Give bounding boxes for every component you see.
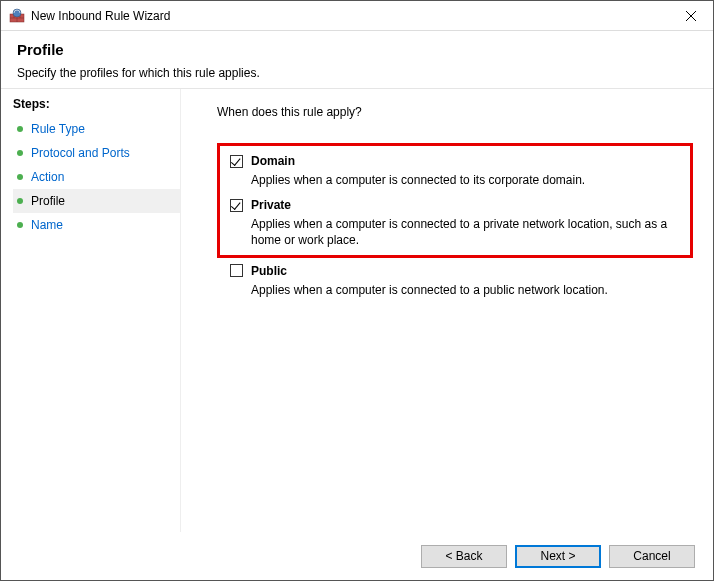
steps-label: Steps: [13,97,180,111]
step-label: Name [31,218,63,232]
cancel-button[interactable]: Cancel [609,545,695,568]
close-button[interactable] [668,1,713,31]
option-domain: Domain Applies when a computer is connec… [230,154,680,188]
checkbox-private[interactable] [230,199,243,212]
titlebar: New Inbound Rule Wizard [1,1,713,31]
option-desc: Applies when a computer is connected to … [251,172,680,188]
step-dot-icon [17,150,23,156]
checkbox-domain[interactable] [230,155,243,168]
option-label: Private [251,198,291,212]
footer: < Back Next > Cancel [1,532,713,580]
steps-sidebar: Steps: Rule Type Protocol and Ports Acti… [1,89,181,532]
option-desc: Applies when a computer is connected to … [251,282,680,298]
checkbox-public[interactable] [230,264,243,277]
step-dot-icon [17,222,23,228]
highlight-box: Domain Applies when a computer is connec… [217,143,693,258]
step-label: Profile [31,194,65,208]
step-dot-icon [17,198,23,204]
option-label: Public [251,264,287,278]
step-protocol-and-ports[interactable]: Protocol and Ports [13,141,180,165]
option-private: Private Applies when a computer is conne… [230,198,680,248]
step-label: Action [31,170,64,184]
option-public: Public Applies when a computer is connec… [217,264,693,298]
step-label: Protocol and Ports [31,146,130,160]
page-title: Profile [17,41,697,58]
question-text: When does this rule apply? [217,105,693,119]
wizard-body: Steps: Rule Type Protocol and Ports Acti… [1,89,713,532]
wizard-header: Profile Specify the profiles for which t… [1,31,713,88]
step-profile[interactable]: Profile [13,189,180,213]
option-label: Domain [251,154,295,168]
window-title: New Inbound Rule Wizard [31,9,668,23]
firewall-icon [9,8,25,24]
step-action[interactable]: Action [13,165,180,189]
option-desc: Applies when a computer is connected to … [251,216,680,248]
step-label: Rule Type [31,122,85,136]
back-button[interactable]: < Back [421,545,507,568]
page-subtitle: Specify the profiles for which this rule… [17,66,697,80]
wizard-window: New Inbound Rule Wizard Profile Specify … [0,0,714,581]
step-rule-type[interactable]: Rule Type [13,117,180,141]
step-dot-icon [17,174,23,180]
next-button[interactable]: Next > [515,545,601,568]
main-panel: When does this rule apply? Domain Applie… [181,89,713,532]
step-dot-icon [17,126,23,132]
step-name[interactable]: Name [13,213,180,237]
